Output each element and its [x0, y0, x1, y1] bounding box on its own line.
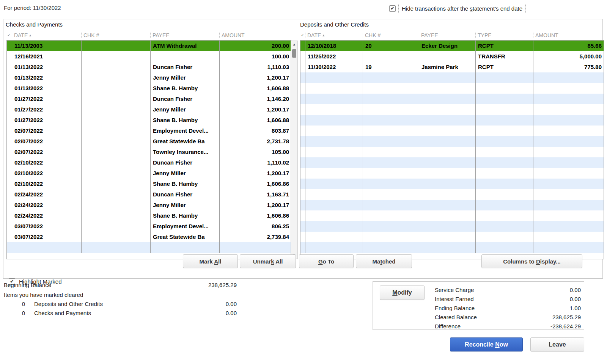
cell-chk [363, 200, 419, 210]
go-to-button[interactable]: Go To [299, 254, 354, 268]
cell-payee: Jenny Miller [151, 168, 220, 179]
transaction-row[interactable]: 02/07/2022Townley Insurance...105.00 [7, 147, 291, 157]
cell-check [7, 242, 12, 253]
cell-amount: 1,163.71 [220, 189, 291, 200]
cell-date: 11/13/2003 [12, 41, 82, 51]
transaction-row[interactable]: 02/07/2022Employment Devel...803.87 [7, 126, 291, 136]
deposits-cleared-label: Deposits and Other Credits [34, 301, 103, 307]
cell-check [7, 94, 12, 104]
cell-amount [533, 136, 604, 147]
cell-amount [533, 94, 604, 104]
cell-amount: 1,606.88 [220, 83, 291, 94]
transaction-row[interactable]: 11/25/2022TRANSFR5,000.00 [300, 51, 604, 62]
cell-payee: Shane B. Hamby [151, 115, 220, 126]
items-marked-label: Items you have marked cleared [4, 292, 83, 298]
column-header-chk[interactable]: CHK # [363, 32, 419, 38]
transaction-row[interactable]: 02/10/2022Shane B. Hamby1,606.86 [7, 179, 291, 189]
transaction-row[interactable]: 02/07/2022Great Statewide Ba2,731.78 [7, 136, 291, 147]
cell-chk [363, 210, 419, 221]
transaction-row[interactable]: 01/27/2022Jenny Miller1,200.17 [7, 104, 291, 115]
button-mnemonic: D [536, 258, 540, 265]
transaction-row[interactable]: 02/24/2022Shane B. Hamby1,606.86 [7, 210, 291, 221]
cell-check [7, 147, 12, 157]
column-header-type[interactable]: TYPE [475, 32, 533, 38]
leave-button[interactable]: Leave [530, 337, 584, 351]
transaction-row[interactable]: 01/13/2022Duncan Fisher1,110.03 [7, 62, 291, 72]
cell-amount [533, 242, 604, 253]
cell-date: 02/07/2022 [12, 136, 82, 147]
empty-row [300, 72, 604, 83]
cell-date [305, 200, 363, 210]
transaction-row[interactable]: 01/13/2022Shane B. Hamby1,606.88 [7, 83, 291, 94]
column-header-date[interactable]: DATE▴ [12, 32, 81, 38]
transaction-row[interactable]: 11/30/202219Jasmine ParkRCPT775.80 [300, 62, 604, 72]
cell-check [7, 41, 12, 51]
transaction-row[interactable]: 02/10/2022Duncan Fisher1,110.02 [7, 157, 291, 168]
cell-payee [151, 51, 220, 62]
cell-payee: Employment Devel... [151, 126, 220, 136]
label-text: Hide transactions after the [402, 5, 470, 12]
column-header-check[interactable]: ✓ [6, 32, 12, 38]
transaction-row[interactable]: 01/13/2022Jenny Miller1,200.17 [7, 72, 291, 83]
transaction-row[interactable]: 02/24/2022Jenny Miller1,200.17 [7, 200, 291, 210]
column-header-payee[interactable]: PAYEE [419, 32, 475, 38]
transaction-row[interactable]: 01/27/2022Shane B. Hamby1,606.88 [7, 115, 291, 126]
transaction-row[interactable]: 01/27/2022Duncan Fisher1,146.20 [7, 94, 291, 104]
column-label: DATE [307, 32, 321, 38]
cell-date: 01/27/2022 [12, 115, 82, 126]
cell-check [300, 179, 305, 189]
empty-row [300, 221, 604, 232]
cell-amount: 1,606.86 [220, 210, 291, 221]
column-header-payee[interactable]: PAYEE [150, 32, 219, 38]
cell-check [7, 136, 12, 147]
button-text: Mark [200, 258, 214, 265]
cell-payee: Duncan Fisher [151, 62, 220, 72]
scrollbar-up-button[interactable]: ▲ [291, 41, 297, 48]
service-charge-row: Service Charge0.00 [373, 286, 584, 295]
cell-payee [419, 242, 476, 253]
cleared-balance-value: 238,625.29 [487, 313, 581, 322]
hide-transactions-checkbox[interactable]: ✔ Hide transactions after the statement'… [389, 4, 526, 13]
check-icon: ✔ [390, 6, 394, 11]
sort-ascending-icon: ▴ [322, 33, 324, 37]
cell-date: 11/30/2022 [305, 62, 363, 72]
scrollbar-thumb[interactable] [292, 49, 296, 58]
transaction-row[interactable]: 03/07/2022Employment Devel...806.25 [7, 221, 291, 232]
cell-amount: 1,200.17 [220, 72, 291, 83]
column-header-amount[interactable]: AMOUNT [219, 32, 291, 38]
cell-chk [363, 136, 419, 147]
transaction-row[interactable]: 12/16/2021100.00 [7, 51, 291, 62]
difference-label: Difference [435, 322, 461, 331]
transaction-row[interactable]: 02/24/2022Duncan Fisher1,163.71 [7, 189, 291, 200]
label-text: tatement's end date [473, 5, 522, 12]
column-header-chk[interactable]: CHK # [81, 32, 150, 38]
cell-check [300, 62, 305, 72]
matched-button[interactable]: Matched [356, 254, 412, 268]
column-header-check[interactable]: ✓ [300, 32, 305, 38]
reconcile-now-button[interactable]: Reconcile Now [450, 337, 523, 351]
transaction-row[interactable]: 02/10/2022Jenny Miller1,200.17 [7, 168, 291, 179]
cell-check [300, 221, 305, 232]
cell-chk [363, 94, 419, 104]
hide-transactions-checkbox-box[interactable]: ✔ [389, 5, 396, 12]
columns-to-display-button[interactable]: Columns to Display... [481, 254, 582, 268]
transaction-row[interactable]: 11/13/2003ATM Withdrawal200.00 [7, 41, 291, 51]
cell-check [7, 72, 12, 83]
empty-row [300, 242, 604, 253]
mark-all-button[interactable]: Mark All [183, 254, 238, 268]
unmark-all-button[interactable]: Unmark All [240, 254, 296, 268]
interest-earned-value: 0.00 [487, 295, 581, 304]
cell-type [476, 157, 533, 168]
button-text: Ma [373, 258, 381, 265]
cell-payee: Jenny Miller [151, 72, 220, 83]
cell-chk [363, 51, 419, 62]
transaction-row[interactable]: 03/07/2022Great Statewide Ba2,739.84 [7, 232, 291, 242]
cell-payee: Townley Insurance... [151, 147, 220, 157]
cell-check [7, 83, 12, 94]
transaction-row[interactable]: 12/10/201820Ecker DesignRCPT85.66 [300, 41, 604, 51]
checks-table-scrollbar[interactable]: ▲ ▼ [291, 41, 298, 259]
cell-date: 02/24/2022 [12, 200, 82, 210]
column-header-amount[interactable]: AMOUNT [533, 32, 603, 38]
column-header-date[interactable]: DATE▴ [305, 32, 363, 38]
cell-chk [82, 115, 151, 126]
